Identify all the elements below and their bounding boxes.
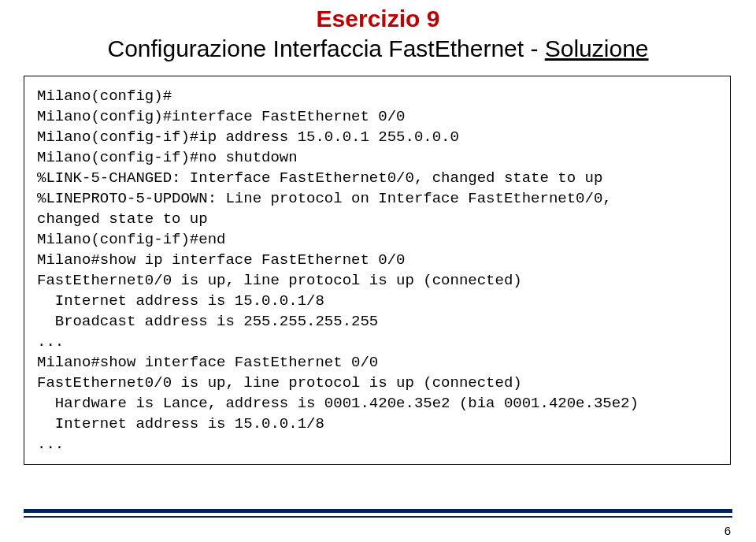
code-line: Internet address is 15.0.0.1/8: [37, 415, 324, 432]
code-line: %LINEPROTO-5-UPDOWN: Line protocol on In…: [37, 190, 612, 207]
code-line: ...: [37, 333, 64, 351]
code-box: Milano(config)# Milano(config)#interface…: [24, 76, 731, 465]
code-line: Milano(config-if)#end: [37, 231, 225, 248]
code-line: changed state to up: [37, 210, 208, 228]
code-line: Broadcast address is 255.255.255.255: [37, 313, 378, 330]
code-line: Milano(config)#interface FastEthernet 0/…: [37, 108, 405, 125]
code-line: Hardware is Lance, address is 0001.420e.…: [37, 395, 639, 412]
code-line: Milano(config-if)#ip address 15.0.0.1 25…: [37, 128, 459, 146]
code-line: FastEthernet0/0 is up, line protocol is …: [37, 272, 522, 289]
subtitle-prefix: Configurazione Interfaccia FastEthernet …: [107, 35, 544, 61]
code-line: Milano#show ip interface FastEthernet 0/…: [37, 251, 405, 269]
title-area: Esercizio 9 Configurazione Interfaccia F…: [0, 0, 756, 65]
code-line: Internet address is 15.0.0.1/8: [37, 292, 324, 310]
code-line: Milano(config)#: [37, 87, 172, 105]
footer-divider: [24, 509, 732, 520]
code-line: Milano(config-if)#no shutdown: [37, 149, 298, 166]
subtitle-row: Configurazione Interfaccia FastEthernet …: [0, 33, 756, 65]
subtitle-soluzione: Soluzione: [545, 35, 649, 61]
footer-thin-line: [24, 516, 732, 518]
code-line: Milano#show interface FastEthernet 0/0: [37, 354, 378, 371]
code-line: %LINK-5-CHANGED: Interface FastEthernet0…: [37, 169, 602, 187]
slide-page: Esercizio 9 Configurazione Interfaccia F…: [0, 0, 756, 542]
page-number: 6: [724, 524, 731, 537]
code-line: FastEthernet0/0 is up, line protocol is …: [37, 374, 522, 392]
exercise-label: Esercizio 9: [0, 5, 756, 33]
code-line: ...: [37, 436, 64, 453]
footer-thick-line: [24, 509, 732, 513]
